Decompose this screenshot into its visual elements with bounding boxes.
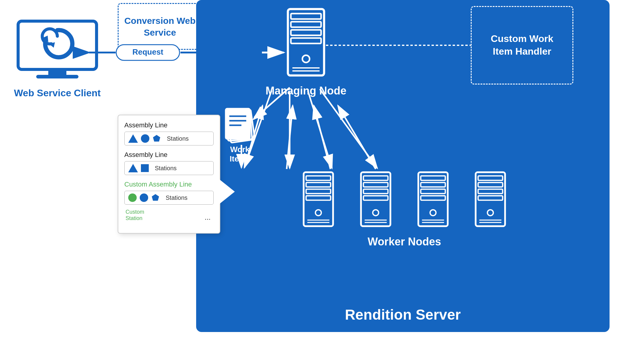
pentagon-shape-1 xyxy=(152,134,161,143)
svg-rect-2 xyxy=(36,75,78,78)
stations-label-3: Stations xyxy=(166,194,187,201)
worker-nodes-label: Worker Nodes xyxy=(368,235,441,248)
custom-assembly-line: Custom Assembly Line Stations CustomStat… xyxy=(124,180,214,222)
assembly-line-2-title: Assembly Line xyxy=(124,151,214,159)
worker-node-server-3 xyxy=(413,169,453,229)
stations-label-2: Stations xyxy=(155,165,177,172)
web-service-client-label: Web Service Client xyxy=(9,88,106,99)
svg-rect-6 xyxy=(291,14,321,19)
custom-station-label: CustomStation xyxy=(124,209,144,222)
svg-rect-36 xyxy=(421,176,445,180)
square-shape-2 xyxy=(141,164,149,172)
triangle-shape-2 xyxy=(128,164,138,172)
svg-rect-46 xyxy=(478,189,502,194)
assembly-line-2: Assembly Line Stations xyxy=(124,151,214,175)
assembly-line-1-stations-row: Stations xyxy=(124,132,214,145)
custom-work-item-handler-label: Custom WorkItem Handler xyxy=(491,33,553,58)
svg-rect-38 xyxy=(421,189,445,194)
svg-point-24 xyxy=(315,210,321,216)
rendition-server-label: Rendition Server xyxy=(196,306,610,323)
svg-point-32 xyxy=(373,210,379,216)
svg-point-10 xyxy=(302,55,310,62)
assembly-line-1: Assembly Line Stations xyxy=(124,121,214,145)
svg-rect-15 xyxy=(226,109,250,139)
card-to-server-arrow xyxy=(220,180,235,204)
work-items-area: WorkItems xyxy=(220,106,260,164)
custom-assembly-line-stations-row: Stations xyxy=(124,191,214,205)
svg-rect-39 xyxy=(421,196,445,200)
triangle-shape-1 xyxy=(128,134,138,143)
conversion-web-service-box: Conversion Web Service xyxy=(118,3,202,50)
managing-node-area: Managing Node xyxy=(266,6,346,97)
svg-rect-9 xyxy=(291,38,321,43)
worker-node-server-2 xyxy=(356,169,395,229)
svg-rect-47 xyxy=(478,196,502,200)
custom-assembly-line-title: Custom Assembly Line xyxy=(124,180,214,188)
svg-rect-30 xyxy=(363,189,388,194)
svg-rect-29 xyxy=(363,183,388,187)
circle-shape-3 xyxy=(140,193,148,202)
ellipsis-icon: ... xyxy=(205,213,214,222)
svg-rect-37 xyxy=(421,183,445,187)
svg-point-40 xyxy=(430,210,436,216)
work-items-label: WorkItems xyxy=(230,145,250,164)
assembly-line-1-title: Assembly Line xyxy=(124,121,214,129)
work-items-icon xyxy=(220,106,260,145)
svg-rect-31 xyxy=(363,196,388,200)
managing-node-label: Managing Node xyxy=(266,85,346,97)
managing-node-server-icon xyxy=(282,6,330,78)
pentagon-shape-2 xyxy=(151,193,160,202)
svg-rect-28 xyxy=(363,176,388,180)
stations-label-1: Stations xyxy=(167,135,189,142)
custom-work-item-handler-box: Custom WorkItem Handler xyxy=(471,6,573,85)
worker-node-server-1 xyxy=(299,169,338,229)
svg-rect-20 xyxy=(306,176,330,180)
svg-point-48 xyxy=(487,210,493,216)
web-service-client-area: Web Service Client xyxy=(9,18,106,99)
worker-nodes-area: Worker Nodes xyxy=(211,169,597,248)
svg-rect-23 xyxy=(306,196,330,200)
svg-rect-1 xyxy=(48,69,66,75)
conversion-web-service-label: Conversion Web Service xyxy=(119,15,201,38)
assembly-lines-card: Assembly Line Stations Assembly Line Sta… xyxy=(118,115,220,234)
worker-node-server-4 xyxy=(471,169,510,229)
circle-shape-1 xyxy=(141,134,149,143)
svg-rect-22 xyxy=(306,189,330,194)
green-circle-shape xyxy=(128,193,137,202)
worker-nodes-row xyxy=(299,169,510,229)
svg-rect-7 xyxy=(291,22,321,27)
svg-marker-52 xyxy=(152,194,159,201)
svg-marker-51 xyxy=(153,135,160,142)
svg-rect-45 xyxy=(478,183,502,187)
svg-rect-8 xyxy=(291,30,321,35)
assembly-line-2-stations-row: Stations xyxy=(124,161,214,175)
svg-rect-21 xyxy=(306,183,330,187)
monitor-icon xyxy=(15,18,100,81)
svg-rect-44 xyxy=(478,176,502,180)
